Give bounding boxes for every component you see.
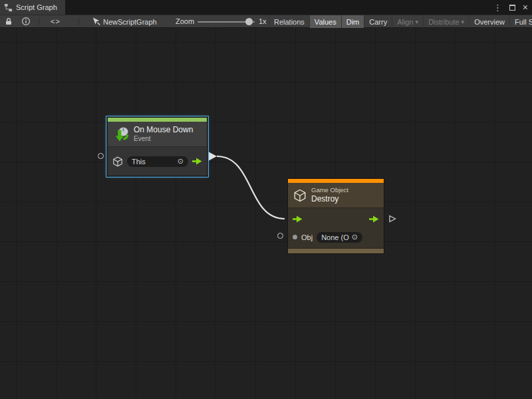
param-label: Obj <box>301 233 313 241</box>
lock-icon[interactable] <box>4 17 13 26</box>
node-titles: Game Object Destroy <box>311 186 348 203</box>
dim-button[interactable]: Dim <box>341 15 364 28</box>
control-output-port[interactable] <box>192 158 202 165</box>
node-on-mouse-down[interactable]: On Mouse Down Event This ⊙ <box>107 117 207 176</box>
tab-script-graph[interactable]: Script Graph <box>0 0 65 15</box>
object-picker-icon[interactable]: ⊙ <box>178 158 184 165</box>
tab-title: Script Graph <box>16 3 57 11</box>
fullscreen-button[interactable]: Full S <box>509 15 532 28</box>
maximize-icon[interactable] <box>509 5 515 11</box>
align-label: Align <box>397 18 413 26</box>
info-icon[interactable] <box>21 17 31 26</box>
toolbar: <> NewScriptGraph Zoom 1x Relations Valu… <box>0 15 532 28</box>
node-footer-strip <box>288 248 384 253</box>
edit-cursor-icon <box>92 17 100 26</box>
zoom-label: Zoom <box>176 17 194 25</box>
node-title: Destroy <box>311 194 348 204</box>
node-titles: On Mouse Down Event <box>134 125 193 143</box>
code-icon[interactable]: <> <box>51 17 61 25</box>
object-input-port[interactable] <box>277 233 283 239</box>
carry-button[interactable]: Carry <box>364 15 392 28</box>
close-icon[interactable]: × <box>523 3 528 12</box>
node-destroy[interactable]: Game Object Destroy <box>287 178 384 254</box>
continuation-port[interactable] <box>388 215 396 223</box>
connection-wire <box>0 28 532 399</box>
chevron-down-icon: ▾ <box>416 19 419 25</box>
zoom-handle[interactable] <box>245 18 253 25</box>
node-title: On Mouse Down <box>134 125 193 135</box>
script-graph-window: Script Graph ⋮ × <> <box>0 0 532 399</box>
align-button[interactable]: Align ▾ <box>392 15 423 28</box>
node-ports: Obj None (O ⊙ <box>288 208 384 248</box>
toolbar-separator <box>39 17 39 25</box>
toolbar-separator <box>78 17 79 25</box>
node-category: Game Object <box>311 186 348 194</box>
zoom-value: 1x <box>259 17 267 25</box>
script-graph-icon <box>4 3 13 12</box>
distribute-button[interactable]: Distribute ▾ <box>423 15 469 28</box>
overview-button[interactable]: Overview <box>469 15 509 28</box>
tab-bar: Script Graph ⋮ × <box>0 0 532 15</box>
chevron-down-icon: ▾ <box>462 19 465 25</box>
event-input-port[interactable] <box>98 153 104 159</box>
target-value: This <box>132 158 146 166</box>
graph-name-label: NewScriptGraph <box>103 17 157 25</box>
value-port-dot[interactable] <box>293 235 297 239</box>
node-ports: This ⊙ <box>108 147 207 176</box>
control-input-port[interactable] <box>293 215 303 223</box>
game-object-icon <box>112 156 123 167</box>
object-field[interactable]: None (O ⊙ <box>317 232 362 243</box>
target-field[interactable]: This ⊙ <box>127 156 188 167</box>
menu-icon[interactable]: ⋮ <box>493 3 502 12</box>
node-header[interactable]: On Mouse Down Event <box>108 122 207 147</box>
graph-name[interactable]: NewScriptGraph <box>92 17 157 26</box>
game-object-icon <box>293 189 307 202</box>
object-value: None (O <box>321 233 349 241</box>
window-controls: ⋮ × <box>493 0 528 15</box>
mouse-event-icon <box>113 126 129 142</box>
values-button[interactable]: Values <box>309 15 341 28</box>
relations-button[interactable]: Relations <box>269 15 309 28</box>
toolbar-buttons: Relations Values Dim Carry Align ▾ Distr… <box>269 15 532 28</box>
node-header[interactable]: Game Object Destroy <box>288 183 384 208</box>
wire-arrowhead <box>209 152 217 161</box>
graph-canvas[interactable]: On Mouse Down Event This ⊙ <box>0 28 532 399</box>
node-subtitle: Event <box>134 135 193 143</box>
object-picker-icon[interactable]: ⊙ <box>352 233 358 241</box>
distribute-label: Distribute <box>428 18 459 26</box>
control-output-port[interactable] <box>369 215 379 223</box>
